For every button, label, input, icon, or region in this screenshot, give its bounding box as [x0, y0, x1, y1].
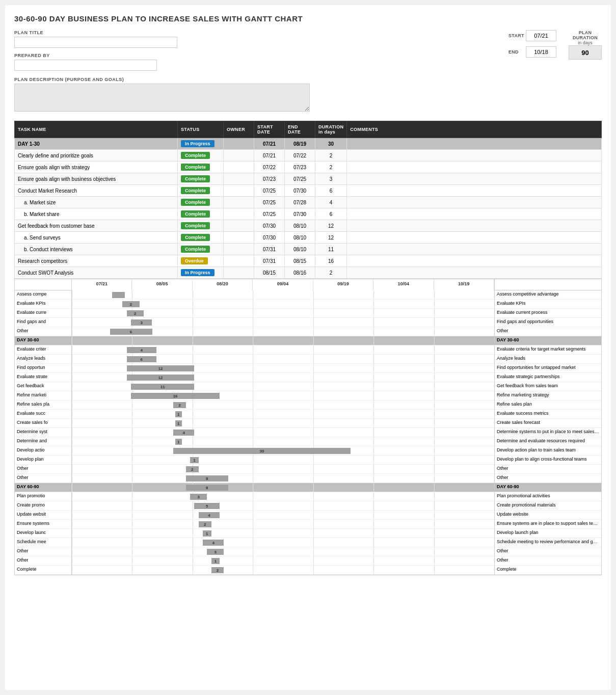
gantt-bar: 2	[122, 301, 139, 307]
page: 30-60-90 DAY BUSINESS PLAN TO INCREASE S…	[5, 5, 611, 690]
gantt-bar: 1	[175, 420, 181, 426]
start-label: START	[508, 33, 523, 38]
gantt-bar: 4	[203, 540, 224, 546]
gantt-chart-row: 12	[72, 373, 494, 382]
gantt-bar: 4	[127, 347, 156, 353]
th-comments: COMMENTS	[347, 121, 602, 138]
task-name-cell: b. Conduct interviews	[15, 244, 178, 255]
gantt-right-cell: Create promotional materials	[495, 501, 601, 511]
status-cell: In Progress	[178, 267, 224, 279]
gantt-right-cell: Update website	[495, 511, 601, 520]
gantt-right-cell: Other	[495, 327, 601, 336]
gantt-chart-row: 2	[72, 400, 494, 410]
table-row: Ensure goals align with strategy Complet…	[15, 162, 602, 173]
status-cell: Complete	[178, 220, 224, 232]
gantt-bar	[112, 292, 125, 298]
gantt-left-cell: Other	[15, 327, 71, 336]
gantt-bar: 3	[190, 494, 207, 500]
duration-cell: 2	[315, 267, 347, 279]
gantt-chart-row: 1	[72, 529, 494, 538]
prepared-by-input[interactable]	[14, 60, 157, 71]
duration-cell: 12	[315, 232, 347, 244]
owner-cell	[224, 150, 254, 162]
gantt-bar: 6	[110, 329, 152, 335]
task-name-cell: Ensure goals align with strategy	[15, 162, 178, 173]
status-cell: Complete	[178, 197, 224, 208]
comments-cell	[347, 220, 602, 232]
gantt-chart-row: 3	[72, 492, 494, 501]
gantt-chart-row: 16	[72, 391, 494, 400]
gantt-chart-row: 11	[72, 382, 494, 391]
gantt-right-rows: Assess competitive advantageEvaluate KPI…	[495, 290, 601, 575]
table-header-row: TASK NAME STATUS OWNER START DATE END DA…	[15, 121, 602, 138]
duration-cell: 4	[315, 197, 347, 208]
duration-input[interactable]: 90	[569, 45, 602, 60]
gantt-left-cell: Refine marketi	[15, 391, 71, 400]
gantt-left-cell: Determine and	[15, 437, 71, 446]
duration-cell: 2	[315, 150, 347, 162]
gantt-bar: 8	[186, 475, 228, 482]
gantt-col-header: 08/05	[132, 279, 192, 290]
task-table: TASK NAME STATUS OWNER START DATE END DA…	[14, 121, 602, 279]
comments-cell	[347, 197, 602, 208]
header-section: PLAN TITLE PREPARED BY START 07/21 END 1…	[14, 30, 602, 71]
gantt-right-cell: Evaluate success metrics	[495, 410, 601, 419]
gantt-chart-row: 1	[72, 437, 494, 446]
owner-cell	[224, 232, 254, 244]
start-date-cell: 07/30	[254, 232, 285, 244]
gantt-chart-row: 6	[72, 355, 494, 364]
owner-cell	[224, 244, 254, 255]
gantt-col-header: 10/04	[373, 279, 434, 290]
gantt-left-cell: Other	[15, 556, 71, 566]
gantt-bar: 30	[173, 448, 351, 454]
task-name-cell: Get feedback from customer base	[15, 220, 178, 232]
end-date-cell: 07/30	[285, 185, 315, 197]
task-name-cell: Conduct Market Research	[15, 185, 178, 197]
duration-cell: 16	[315, 255, 347, 267]
start-date-cell: 07/21	[254, 138, 285, 150]
end-date-cell: 08/10	[285, 244, 315, 255]
task-name-cell: Clearly define and prioritize goals	[15, 150, 178, 162]
gantt-chart-row: 3	[72, 547, 494, 556]
owner-cell	[224, 162, 254, 173]
in-days-label: in days	[578, 40, 593, 45]
gantt-right-cell: Refine sales plan	[495, 400, 601, 410]
gantt-right-cell: Determine and evaluate resources require…	[495, 437, 601, 446]
plan-title-input[interactable]	[14, 37, 177, 48]
status-cell: Complete	[178, 162, 224, 173]
gantt-col-headers: 07/2108/0508/2009/0409/1910/0410/19	[72, 279, 494, 290]
duration-cell: 3	[315, 173, 347, 185]
th-duration: DURATIONin days	[315, 121, 347, 138]
gantt-right-cell: Evaluate current process	[495, 309, 601, 318]
gantt-right-cell: Other	[495, 465, 601, 474]
gantt-bar: 3	[131, 319, 152, 326]
end-date-cell: 07/23	[285, 162, 315, 173]
gantt-chart-row: 1	[72, 456, 494, 465]
start-date-cell: 07/22	[254, 162, 285, 173]
description-textarea[interactable]	[14, 84, 310, 112]
gantt-bar: 2	[211, 567, 224, 573]
gantt-left-cell: Develop launc	[15, 529, 71, 538]
gantt-col-header: 08/20	[193, 279, 253, 290]
gantt-chart-row: 3	[72, 318, 494, 327]
date-group: START 07/21 END 10/18	[508, 30, 556, 58]
table-row: Get feedback from customer base Complete…	[15, 220, 602, 232]
table-row: Research competitors Overdue 07/31 08/15…	[15, 255, 602, 267]
start-input[interactable]: 07/21	[526, 30, 556, 41]
status-cell: Complete	[178, 208, 224, 220]
gantt-right-cell: Analyze leads	[495, 355, 601, 364]
gantt-bar: 4	[173, 430, 194, 436]
start-date-cell: 07/30	[254, 220, 285, 232]
table-row: a. Send surveys Complete 07/30 08/10 12	[15, 232, 602, 244]
gantt-right-cell: Other	[495, 556, 601, 566]
table-row: b. Market share Complete 07/25 07/30 6	[15, 208, 602, 220]
comments-cell	[347, 267, 602, 279]
comments-cell	[347, 255, 602, 267]
gantt-left-cell: Create sales fo	[15, 419, 71, 428]
th-status: STATUS	[178, 121, 224, 138]
start-date-cell: 07/31	[254, 244, 285, 255]
end-input[interactable]: 10/18	[526, 46, 556, 58]
gantt-right-cell: Determine systems to put in place to mee…	[495, 428, 601, 437]
table-row: Ensure goals align with business objecti…	[15, 173, 602, 185]
gantt-right-cell: Develop launch plan	[495, 529, 601, 538]
